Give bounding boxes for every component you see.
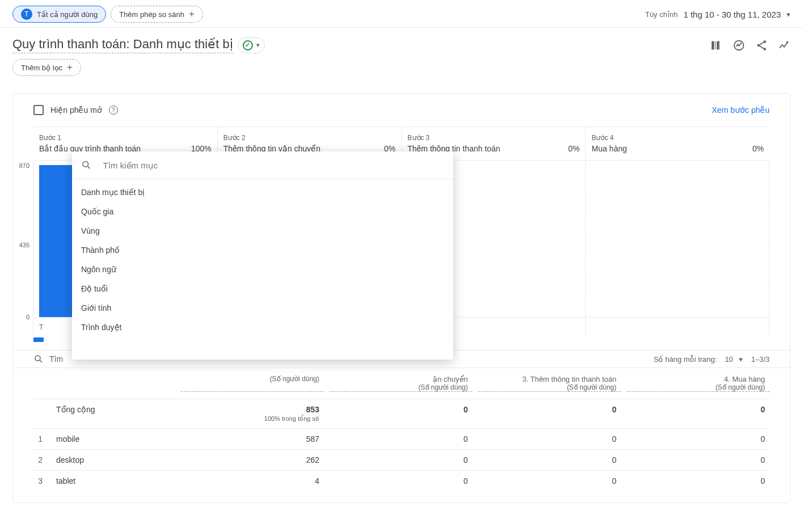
table-row[interactable]: 2 desktop 262 0 0 0 (33, 449, 770, 470)
add-filter-label: Thêm bộ lọc (21, 64, 62, 72)
check-circle-icon (243, 40, 253, 50)
legend-swatch (33, 337, 44, 342)
table-row[interactable]: 1 mobile 587 0 0 0 (33, 428, 770, 449)
date-mode-label: Tùy chỉnh (645, 10, 678, 19)
chevron-down-icon: ▾ (256, 41, 260, 49)
header-actions (710, 37, 791, 53)
user-chip-icon: T (21, 9, 32, 20)
page-range: 1–3/3 (751, 355, 770, 364)
page-title[interactable]: Quy trình thanh toán: Danh mục thiết bị (12, 37, 233, 53)
col-step3[interactable]: 3. Thêm thông tin thanh toán(Số người dù… (478, 375, 621, 392)
svg-point-9 (83, 162, 88, 167)
chevron-down-icon: ▾ (739, 355, 743, 364)
date-range-value: 1 thg 10 - 30 thg 11, 2023 (683, 10, 781, 19)
dimension-item[interactable]: Quốc gia (72, 202, 453, 221)
dimension-item[interactable]: Thành phố (72, 240, 453, 260)
dimension-search[interactable] (72, 151, 453, 179)
dimension-item[interactable]: Trình duyệt (72, 318, 453, 337)
add-comparison-chip[interactable]: Thêm phép so sánh + (111, 6, 203, 23)
svg-rect-1 (715, 41, 716, 50)
col-step2[interactable]: ận chuyển(Số người dùng) (329, 375, 472, 392)
table-header-row: (Số người dùng) ận chuyển(Số người dùng)… (33, 368, 770, 399)
dimension-item[interactable]: Ngôn ngữ (72, 260, 453, 279)
view-funnel-steps-link[interactable]: Xem bước phễu (712, 105, 770, 115)
svg-line-8 (40, 360, 42, 362)
rows-per-page-label: Số hàng mỗi trang: (654, 355, 717, 364)
search-icon (81, 159, 92, 171)
data-table: (Số người dùng) ận chuyển(Số người dùng)… (33, 368, 770, 491)
dimension-item[interactable]: Danh mục thiết bị (72, 183, 453, 202)
chevron-down-icon: ▾ (787, 10, 791, 19)
rows-per-page-control: Số hàng mỗi trang: 10 ▾ 1–3/3 (654, 355, 770, 364)
funnel-step-4: Bước 4 Mua hàng0% (586, 127, 770, 160)
dimension-item[interactable]: Vùng (72, 221, 453, 240)
svg-rect-0 (712, 41, 715, 50)
search-icon (33, 354, 44, 364)
segment-chip-label: Tất cả người dùng (37, 10, 98, 19)
open-funnel-label: Hiện phễu mở (50, 105, 102, 115)
table-search-input[interactable]: Tìm (33, 354, 63, 364)
topbar: T Tất cả người dùng Thêm phép so sánh + … (0, 0, 803, 28)
dimension-list: Danh mục thiết bị Quốc gia Vùng Thành ph… (72, 179, 453, 360)
compare-columns-icon[interactable] (710, 39, 722, 53)
dimension-item[interactable]: Giới tính (72, 298, 453, 318)
chart-y-axis: 870 435 0 (13, 161, 33, 336)
open-funnel-checkbox[interactable] (33, 105, 44, 115)
svg-line-10 (88, 166, 90, 168)
segment-chips: T Tất cả người dùng Thêm phép so sánh + (12, 6, 203, 23)
table-total-row: Tổng cộng 853100% trong tổng số 0 0 0 (33, 399, 770, 428)
col-step4[interactable]: 4. Mua hàng(Số người dùng) (627, 375, 770, 392)
add-filter-chip[interactable]: Thêm bộ lọc + (12, 59, 81, 76)
svg-point-7 (35, 356, 40, 361)
table-row[interactable]: 3 tablet 4 0 0 0 (33, 470, 770, 491)
share-icon[interactable] (755, 39, 768, 53)
page-header: Quy trình thanh toán: Danh mục thiết bị … (0, 28, 803, 78)
dimension-search-input[interactable] (103, 161, 444, 170)
report-status-pill[interactable]: ▾ (238, 37, 265, 53)
svg-rect-2 (717, 41, 720, 50)
rows-per-page-select[interactable]: 10 ▾ (725, 355, 743, 364)
date-range-picker[interactable]: Tùy chỉnh 1 thg 10 - 30 thg 11, 2023 ▾ (645, 10, 791, 19)
chart-col-4 (586, 161, 770, 336)
dimension-picker-popover: Danh mục thiết bị Quốc gia Vùng Thành ph… (72, 151, 453, 360)
dimension-item[interactable]: Độ tuổi (72, 279, 453, 298)
funnel-card-header: Hiện phễu mở ? Xem bước phễu (13, 94, 790, 126)
anomaly-icon[interactable] (733, 39, 745, 53)
add-comparison-label: Thêm phép so sánh (119, 10, 184, 19)
segment-chip-all-users[interactable]: T Tất cả người dùng (12, 6, 106, 23)
plus-icon: + (189, 9, 195, 20)
insights-icon[interactable] (778, 39, 791, 53)
help-icon[interactable]: ? (109, 105, 118, 115)
col-step1[interactable]: (Số người dùng) (181, 375, 324, 392)
funnel-card: Hiện phễu mở ? Xem bước phễu Bước 1 Bắt … (12, 93, 791, 503)
plus-icon: + (67, 62, 73, 73)
